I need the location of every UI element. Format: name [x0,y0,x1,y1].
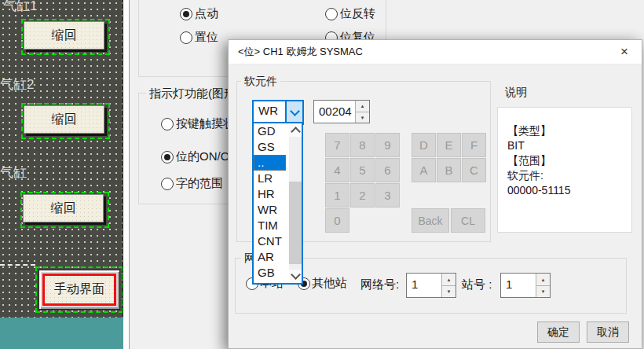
radio-touch-state[interactable] [161,118,174,130]
description-text: 【类型】 BIT 【范围】 软元件: 00000-51115 [507,123,570,198]
keypad-back-button[interactable]: Back [412,208,449,233]
window-divider [129,0,130,349]
retract-button-2-selection[interactable]: 缩回 [21,103,110,139]
cancel-button[interactable]: 取消 [587,321,629,343]
keypad-key-3[interactable]: 3 [375,183,400,208]
dropdown-item-selected[interactable]: .. [254,155,286,171]
chevron-down-icon [290,106,300,116]
manual-screen-button-selection[interactable]: 手动界面 [35,266,123,313]
station-no-spinner[interactable]: 1 ▴ ▾ [500,273,551,298]
network-no-value: 1 [407,274,441,297]
combo-dropdown-button[interactable] [285,101,302,123]
spin-down-icon[interactable]: ▾ [536,285,550,298]
retract-button-3[interactable]: 缩回 [23,194,104,222]
description-title: 说明 [502,86,530,100]
keypad-clear-button[interactable]: CL [451,208,485,233]
radio-set[interactable] [180,31,192,44]
dropdown-item-lr[interactable]: LR [254,171,286,186]
chevron-down-icon [291,270,301,280]
dropdown-item-wr[interactable]: WR [254,202,286,218]
address-spin-buttons: ▴ ▾ [355,101,369,123]
network-no-spin-buttons: ▴ ▾ [441,274,456,297]
dropdown-scrollbar[interactable] [289,123,302,283]
network-no-spinner[interactable]: 1 ▴ ▾ [406,273,456,298]
retract-button-1[interactable]: 缩回 [24,21,104,50]
manual-screen-button[interactable]: 手动界面 [42,274,116,306]
spin-down-icon[interactable]: ▾ [442,285,456,298]
cylinder-label-2: 气缸2 [0,75,34,94]
retract-button-3-selection[interactable]: 缩回 [20,192,109,228]
description-box: 【类型】 BIT 【范围】 软元件: 00000-51115 [497,107,632,233]
dropdown-item-hr[interactable]: HR [254,186,286,202]
hmi-editor-canvas[interactable]: 气缸1 缩回 气缸2 缩回 气缸 缩回 手动界面 [0,0,123,318]
radio-jog[interactable] [180,8,192,20]
device-type-dropdown-list[interactable]: GD GS .. LR HR WR TIM CNT AR GB [252,122,303,285]
window-gap [123,0,129,349]
radio-word-range[interactable] [161,178,174,190]
station-no-spin-buttons: ▴ ▾ [536,274,550,297]
cylinder-label-3: 气缸 [0,163,27,182]
scrollbar-thumb[interactable] [289,182,302,264]
selection-dashed-line [0,264,35,266]
radio-set-label: 置位 [195,30,218,45]
manual-screen-button-frame: 手动界面 [38,270,120,310]
keypad-key-5[interactable]: 5 [350,158,375,182]
retract-button-2[interactable]: 缩回 [24,105,104,134]
spin-up-icon[interactable]: ▴ [356,101,369,112]
radio-word-range-label: 字的范围 [176,176,223,191]
dialog-title: <位> CH1 欧姆龙 SYSMAC [238,40,363,64]
keypad-key-0[interactable]: 0 [325,208,349,233]
dropdown-item-cnt[interactable]: CNT [254,233,286,249]
radio-bit-onoff[interactable] [161,151,174,163]
radio-jog-label: 点动 [195,6,218,21]
retract-button-1-selection[interactable]: 缩回 [21,19,110,55]
keypad-key-4[interactable]: 4 [325,158,349,182]
address-spinner[interactable]: 00204 ▴ ▾ [313,100,370,123]
chevron-up-icon [291,127,301,137]
cylinder-label-1: 气缸1 [3,0,37,15]
device-address-dialog: <位> CH1 欧姆龙 SYSMAC × 软元件 WR 00204 ▴ ▾ 7 … [228,39,642,349]
radio-bit-onoff-label: 位的ON/O [176,149,229,164]
indicator-group-title: 指示灯功能(图形 [146,86,239,101]
keypad-key-9[interactable]: 9 [375,133,400,157]
dropdown-item-gd[interactable]: GD [254,123,286,139]
radio-other-station-label: 其他站 [312,276,347,291]
keypad-key-7[interactable]: 7 [325,133,349,157]
keypad-key-6[interactable]: 6 [375,158,400,182]
dropdown-item-gb[interactable]: GB [254,265,286,281]
dropdown-item-tim[interactable]: TIM [254,218,286,233]
keypad-key-8[interactable]: 8 [350,133,375,157]
dialog-titlebar: <位> CH1 欧姆龙 SYSMAC × [229,40,642,64]
radio-touch-state-label: 按键触摸状 [176,116,235,131]
close-icon[interactable]: × [612,42,637,62]
scroll-up-icon[interactable] [289,123,302,137]
device-type-value: WR [254,101,285,123]
keypad-key-b[interactable]: B [437,158,461,182]
spin-up-icon[interactable]: ▴ [442,274,456,285]
keypad-key-f[interactable]: F [462,133,486,157]
spin-up-icon[interactable]: ▴ [536,274,550,285]
station-no-value: 1 [501,274,536,297]
dropdown-item-ar[interactable]: AR [254,249,286,265]
keypad-key-c[interactable]: C [462,158,486,182]
keypad-key-2[interactable]: 2 [350,183,375,208]
address-value: 00204 [314,101,355,123]
dropdown-item-gs[interactable]: GS [254,139,286,155]
keypad-key-e[interactable]: E [437,133,461,157]
teal-strip [0,318,123,349]
scroll-down-icon[interactable] [289,270,302,283]
network-no-label: 网络号: [360,277,399,292]
radio-bit-invert[interactable] [325,8,338,20]
keypad-key-a[interactable]: A [412,158,436,182]
station-no-label: 站号 : [462,277,492,292]
keypad-key-d[interactable]: D [412,133,436,157]
keypad-key-1[interactable]: 1 [325,183,349,208]
radio-bit-invert-label: 位反转 [340,6,375,21]
device-group-title: 软元件 [241,75,280,89]
spin-down-icon[interactable]: ▾ [356,112,369,123]
ok-button[interactable]: 确定 [537,321,580,343]
